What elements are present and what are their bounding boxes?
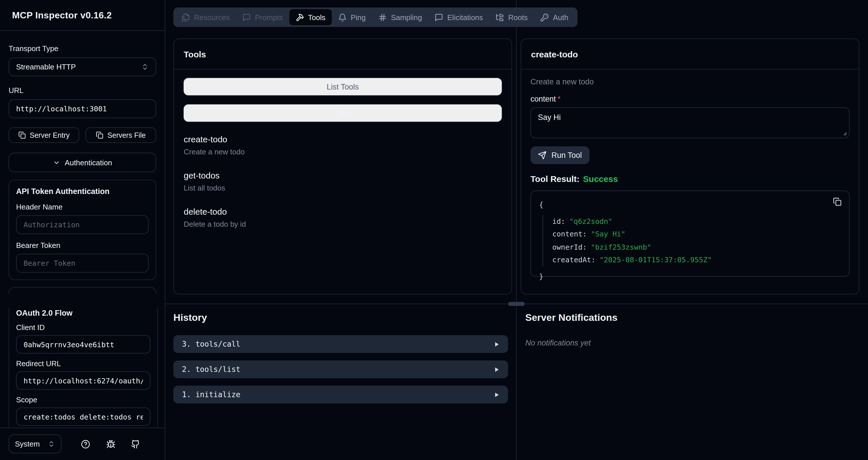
header-name-input[interactable]: Authorization: [16, 215, 149, 234]
field-label-text: content: [530, 95, 556, 103]
tab-tools[interactable]: Tools: [289, 9, 332, 25]
tab-roots[interactable]: Roots: [489, 9, 534, 25]
pane-resize-handle[interactable]: [508, 302, 525, 306]
main-area: Resources Prompts Tools Ping Sampling El…: [165, 0, 868, 460]
tab-auth[interactable]: Auth: [534, 9, 575, 25]
sidebar-header: MCP Inspector v0.16.2: [0, 0, 165, 31]
history-row-label: 3. tools/call: [182, 340, 241, 349]
tools-panel-body: List Tools Clear create-todo Create a ne…: [174, 69, 512, 251]
theme-select[interactable]: System: [9, 434, 61, 453]
server-entry-button[interactable]: Server Entry: [9, 127, 79, 143]
transport-type-label: Transport Type: [9, 44, 156, 53]
authentication-toggle-label: Authentication: [65, 158, 112, 167]
chevrons-up-down-icon: [141, 63, 149, 71]
tab-label: Resources: [194, 13, 229, 22]
authentication-toggle[interactable]: Authentication: [9, 153, 156, 172]
json-key: ownerId:: [552, 242, 587, 251]
bearer-token-placeholder: Bearer Token: [24, 259, 75, 267]
content-textarea[interactable]: Say Hi: [530, 107, 849, 138]
folder-tree-icon: [496, 13, 504, 22]
tool-detail-title: create-todo: [521, 39, 859, 69]
url-label: URL: [9, 86, 156, 95]
sidebar-body: Transport Type Streamable HTTP URL http:…: [0, 31, 165, 432]
expand-arrow-icon: [494, 392, 499, 397]
list-item[interactable]: delete-todo Delete a todo by id: [184, 207, 502, 228]
bearer-token-input[interactable]: Bearer Token: [16, 254, 149, 273]
json-value: "bzif253zswnb": [591, 242, 651, 251]
tab-label: Sampling: [391, 13, 422, 22]
client-id-label: Client ID: [16, 323, 150, 332]
tool-name: create-todo: [184, 134, 502, 144]
tool-result-row: Tool Result:Success: [530, 174, 849, 184]
tab-resources[interactable]: Resources: [175, 9, 236, 25]
run-tool-button[interactable]: Run Tool: [530, 146, 590, 164]
hash-icon: [378, 13, 387, 22]
tab-label: Tools: [308, 13, 326, 22]
files-icon: [181, 13, 190, 22]
copy-icon[interactable]: [833, 197, 842, 206]
client-id-value: 0ahw5qrrnv3eo4ve6ibtt: [24, 340, 114, 349]
tab-elicitations[interactable]: Elicitations: [428, 9, 489, 25]
redirect-url-input[interactable]: http://localhost:6274/oauth/: [16, 371, 150, 390]
sidebar: MCP Inspector v0.16.2 Transport Type Str…: [0, 0, 165, 460]
history-row-label: 2. tools/list: [182, 365, 241, 374]
servers-file-label: Servers File: [107, 131, 146, 139]
status-badge: Success: [583, 174, 618, 184]
history-row[interactable]: 3. tools/call: [174, 335, 508, 353]
transport-type-value: Streamable HTTP: [16, 63, 76, 71]
github-icon[interactable]: [131, 439, 141, 449]
json-line: createdAt:"2025-08-01T15:37:05.955Z": [552, 254, 841, 267]
message-square-icon: [435, 13, 443, 22]
history-panel: History 3. tools/call 2. tools/list 1. i…: [174, 312, 508, 411]
bug-icon[interactable]: [106, 439, 115, 449]
json-close-brace: }: [539, 270, 841, 283]
tool-name: get-todos: [184, 170, 502, 180]
server-entry-label: Server Entry: [30, 131, 70, 139]
scope-input[interactable]: create:todos delete:todos re: [16, 407, 150, 426]
server-notifications-panel: Server Notifications No notifications ye…: [525, 312, 859, 347]
vertical-pane-divider[interactable]: [516, 0, 517, 460]
tool-description: Create a new todo: [184, 147, 502, 156]
json-key: content:: [552, 230, 587, 238]
json-key: createdAt:: [552, 255, 596, 264]
tool-list: create-todo Create a new todo get-todos …: [183, 134, 502, 228]
tab-ping[interactable]: Ping: [332, 9, 372, 25]
scope-value: create:todos delete:todos re: [24, 413, 143, 421]
no-notifications-text: No notifications yet: [525, 339, 859, 347]
history-row[interactable]: 1. initialize: [174, 386, 508, 403]
tab-label: Auth: [553, 13, 569, 22]
json-value: "Say Hi": [591, 230, 625, 238]
json-value: "q6z2sodn": [569, 217, 613, 225]
copy-icon: [96, 131, 103, 139]
tool-description: List all todos: [184, 184, 502, 192]
expand-arrow-icon: [494, 366, 499, 372]
url-input[interactable]: http://localhost:3001: [9, 99, 156, 118]
servers-file-button[interactable]: Servers File: [86, 127, 156, 143]
tool-result-json: { id:"q6z2sodn" content:"Say Hi" ownerId…: [530, 191, 849, 276]
tool-result-label: Tool Result:: [530, 174, 580, 184]
history-list: 3. tools/call 2. tools/list 1. initializ…: [174, 335, 508, 403]
resize-grip-icon[interactable]: [841, 130, 847, 136]
oauth-card: OAuth 2.0 Flow Client ID 0ahw5qrrnv3eo4v…: [9, 308, 158, 432]
json-key: id:: [552, 217, 565, 225]
chevrons-up-down-icon: [48, 440, 55, 448]
server-notifications-title: Server Notifications: [525, 312, 859, 324]
content-field-label: content*: [530, 95, 849, 103]
tab-prompts[interactable]: Prompts: [236, 9, 289, 25]
chevron-down-icon: [53, 159, 60, 166]
tab-sampling[interactable]: Sampling: [372, 9, 428, 25]
bell-icon: [338, 13, 347, 22]
list-tools-button[interactable]: List Tools: [183, 77, 502, 96]
help-circle-icon[interactable]: [81, 439, 90, 449]
list-item[interactable]: create-todo Create a new todo: [184, 134, 502, 156]
json-open-brace: {: [539, 199, 841, 211]
json-line: id:"q6z2sodn": [552, 215, 841, 228]
tab-label: Roots: [508, 13, 528, 22]
json-value: "2025-08-01T15:37:05.955Z": [600, 255, 712, 264]
history-row[interactable]: 2. tools/list: [174, 360, 508, 378]
list-item[interactable]: get-todos List all todos: [184, 170, 502, 192]
clear-button[interactable]: Clear: [183, 104, 502, 122]
client-id-input[interactable]: 0ahw5qrrnv3eo4ve6ibtt: [16, 335, 150, 354]
transport-type-select[interactable]: Streamable HTTP: [9, 57, 156, 76]
tab-bar: Resources Prompts Tools Ping Sampling El…: [174, 7, 578, 27]
